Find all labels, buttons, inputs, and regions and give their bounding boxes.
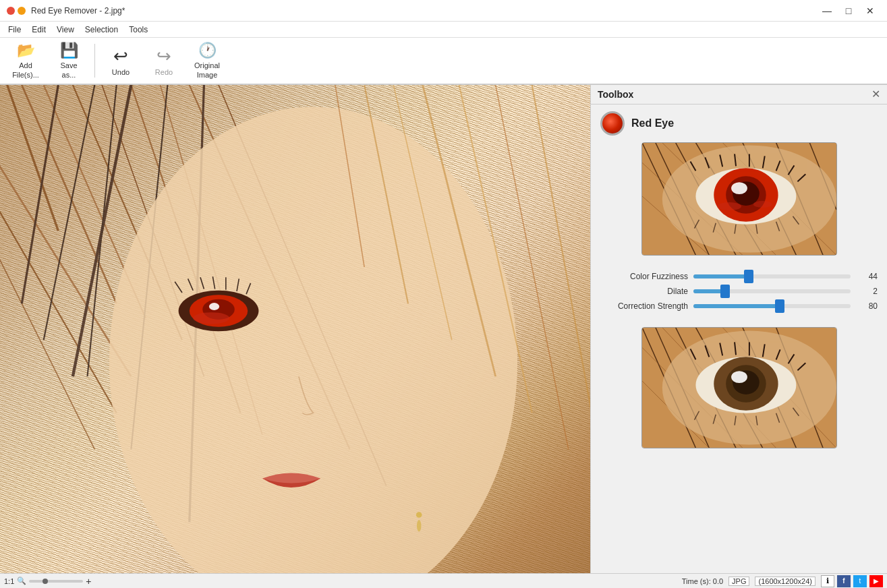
face-skin — [109, 107, 517, 573]
zoom-plus-icon[interactable]: + — [86, 576, 91, 587]
eye-highlight — [209, 303, 219, 310]
svg-point-25 — [193, 312, 229, 324]
main-content: Toolbox ✕ Red Eye — [0, 85, 887, 573]
facebook-icon: f — [842, 577, 845, 585]
twitter-button[interactable]: t — [853, 575, 867, 587]
save-as-label: Save as... — [60, 61, 77, 80]
social-icons: ℹ f t ▶ — [821, 575, 883, 587]
status-bar: 1:1 🔍 + Time (s): 0.0 JPG (1600x1200x24)… — [0, 573, 887, 588]
portrait-canvas — [0, 85, 590, 573]
redo-button[interactable]: ↪ Redo — [144, 40, 184, 81]
correction-strength-track[interactable] — [693, 304, 851, 308]
dilate-value: 2 — [856, 287, 878, 296]
dot-red — [7, 7, 15, 15]
color-fuzziness-track[interactable] — [693, 274, 851, 278]
toolbox-close-button[interactable]: ✕ — [871, 89, 880, 100]
menu-bar: File Edit View Selection Tools — [0, 22, 887, 38]
window-title: Red Eye Remover - 2.jpg* — [31, 6, 817, 16]
dot-yellow — [18, 7, 26, 15]
original-eye-svg — [642, 143, 836, 255]
dilate-thumb[interactable] — [720, 285, 730, 298]
red-eye-section: Red Eye — [591, 105, 887, 455]
svg-line-10 — [0, 187, 117, 413]
dilate-label: Dilate — [600, 287, 688, 296]
svg-point-69 — [753, 201, 772, 208]
youtube-icon: ▶ — [874, 577, 879, 585]
svg-line-0 — [22, 85, 116, 303]
toolbox-header: Toolbox ✕ — [591, 85, 887, 105]
add-files-icon: 📂 — [17, 42, 35, 59]
sliders-container: Color Fuzziness 44 Dilate 2 — [600, 262, 878, 320]
minimize-button[interactable]: — — [817, 4, 837, 18]
corrected-eye-svg — [642, 328, 836, 448]
correction-strength-fill — [693, 304, 780, 308]
menu-tools[interactable]: Tools — [123, 24, 153, 36]
redo-label: Redo — [155, 68, 173, 76]
menu-selection[interactable]: Selection — [80, 24, 123, 36]
correction-strength-row: Correction Strength 80 — [600, 299, 878, 314]
dilate-track[interactable] — [693, 289, 851, 293]
original-image-button[interactable]: 🕐 Original Image — [187, 40, 227, 81]
add-files-label: Add File(s)... — [12, 61, 39, 80]
menu-view[interactable]: View — [51, 24, 80, 36]
window-controls: — □ ✕ — [817, 4, 880, 18]
zoom-slider-thumb[interactable] — [42, 579, 48, 584]
facebook-button[interactable]: f — [837, 575, 851, 587]
image-format: JPG — [728, 577, 749, 586]
svg-point-52 — [731, 182, 747, 194]
original-eye-inner — [642, 143, 836, 255]
red-eye-label: Red Eye — [631, 117, 674, 129]
maximize-button[interactable]: □ — [838, 4, 859, 18]
zoom-minus-icon[interactable]: 🔍 — [17, 577, 26, 585]
zoom-controls: 1:1 🔍 + — [4, 576, 91, 587]
zoom-slider-track[interactable] — [29, 580, 83, 583]
svg-line-6 — [7, 85, 59, 231]
undo-button[interactable]: ↩ Undo — [101, 40, 141, 81]
svg-point-68 — [717, 202, 741, 210]
portrait-svg — [0, 85, 590, 573]
undo-label: Undo — [112, 68, 130, 76]
correction-strength-thumb[interactable] — [775, 299, 784, 313]
close-button[interactable]: ✕ — [860, 4, 880, 18]
zoom-ratio: 1:1 — [4, 577, 14, 585]
menu-edit[interactable]: Edit — [26, 24, 51, 36]
svg-point-86 — [731, 371, 747, 383]
correction-strength-label: Correction Strength — [600, 301, 688, 311]
color-fuzziness-thumb[interactable] — [744, 270, 753, 283]
title-bar: Red Eye Remover - 2.jpg* — □ ✕ — [0, 0, 887, 22]
color-fuzziness-fill — [693, 274, 749, 278]
image-dimensions: (1600x1200x24) — [755, 577, 816, 586]
svg-point-27 — [417, 520, 421, 531]
image-area[interactable] — [0, 85, 590, 573]
youtube-button[interactable]: ▶ — [869, 575, 883, 587]
svg-line-31 — [532, 85, 590, 486]
corrected-eye-preview — [641, 327, 837, 448]
info-icon: ℹ — [826, 577, 829, 585]
svg-line-12 — [22, 85, 58, 303]
save-as-icon: 💾 — [60, 42, 78, 59]
svg-point-26 — [416, 512, 422, 518]
menu-file[interactable]: File — [3, 24, 26, 36]
original-image-label: Original Image — [194, 61, 220, 80]
add-files-button[interactable]: 📂 Add File(s)... — [5, 40, 46, 81]
color-fuzziness-label: Color Fuzziness — [600, 272, 688, 281]
color-fuzziness-row: Color Fuzziness 44 — [600, 269, 878, 284]
toolbox-title: Toolbox — [598, 89, 633, 100]
original-image-icon: 🕐 — [198, 42, 217, 59]
twitter-icon: t — [859, 577, 861, 585]
info-button[interactable]: ℹ — [821, 575, 834, 587]
red-eye-header: Red Eye — [600, 111, 878, 136]
title-dots — [7, 7, 26, 15]
toolbar-separator-1 — [94, 44, 95, 78]
processing-time: Time (s): 0.0 — [682, 577, 723, 585]
toolbar: 📂 Add File(s)... 💾 Save as... ↩ Undo ↪ R… — [0, 38, 887, 85]
undo-icon: ↩ — [113, 46, 128, 67]
redo-icon: ↪ — [156, 46, 171, 67]
red-eye-tool-icon — [600, 111, 625, 136]
dilate-row: Dilate 2 — [600, 284, 878, 299]
save-as-button[interactable]: 💾 Save as... — [49, 40, 89, 81]
color-fuzziness-value: 44 — [856, 272, 878, 281]
correction-strength-value: 80 — [856, 301, 878, 311]
original-eye-preview — [641, 142, 837, 256]
toolbox-panel: Toolbox ✕ Red Eye — [590, 85, 887, 573]
